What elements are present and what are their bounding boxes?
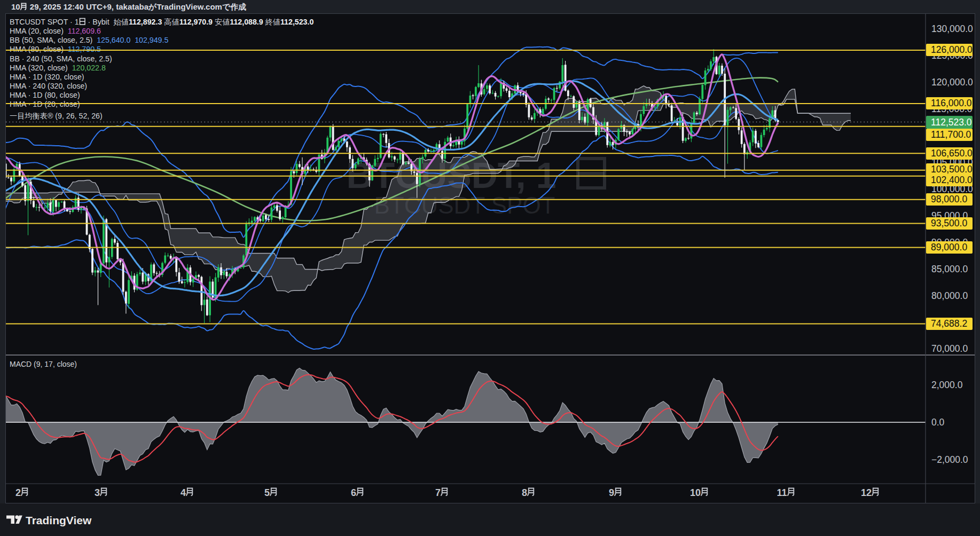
svg-text:TradingView: TradingView [26,514,92,526]
